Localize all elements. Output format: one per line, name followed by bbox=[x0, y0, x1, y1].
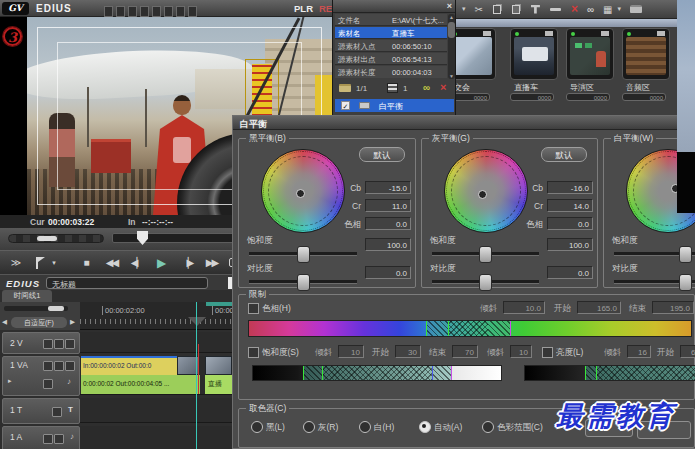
track-expand-icon[interactable]: ▸ bbox=[8, 377, 12, 385]
info-row[interactable]: 源素材出点 00:06:54:13 bbox=[335, 53, 447, 65]
luma-limit-checkbox[interactable] bbox=[542, 347, 553, 358]
paste-icon[interactable] bbox=[512, 5, 520, 14]
contrast-slider[interactable] bbox=[432, 280, 539, 284]
slider-thumb[interactable] bbox=[679, 246, 692, 263]
close-icon[interactable]: × bbox=[447, 1, 452, 11]
fit-prev-arrow[interactable]: ◀ bbox=[2, 318, 7, 326]
hue-field[interactable]: 0.0 bbox=[365, 217, 411, 230]
track-audio-icon[interactable]: ♪ bbox=[67, 377, 71, 386]
picker-radio-gray[interactable] bbox=[303, 421, 315, 433]
playhead-handle[interactable] bbox=[188, 317, 206, 326]
picker-radio-white[interactable] bbox=[359, 421, 371, 433]
info-row[interactable]: 源素材长度 00:00:04:03 bbox=[335, 66, 447, 78]
hue-slope-field[interactable]: 10.0 bbox=[503, 301, 545, 314]
rewind-button[interactable]: ◀◀ bbox=[99, 253, 124, 273]
sat-slope-field[interactable]: 10 bbox=[338, 345, 364, 358]
bin-clip[interactable] bbox=[622, 28, 670, 80]
scroll-down-icon[interactable]: ▼ bbox=[449, 73, 454, 79]
picker-radio-black[interactable] bbox=[251, 421, 263, 433]
slider-thumb[interactable] bbox=[297, 274, 310, 291]
hue-limit-checkbox[interactable] bbox=[248, 303, 259, 314]
project-title-field[interactable]: 无标题 bbox=[46, 277, 208, 289]
cut-icon[interactable]: ✂ bbox=[475, 4, 483, 15]
track-lane-1a[interactable] bbox=[80, 426, 232, 449]
effect-list-row[interactable]: ✓ 白平衡 bbox=[335, 99, 454, 112]
fit-mode-select[interactable]: 自适应(F) bbox=[11, 317, 67, 328]
jump-button[interactable]: ≫ bbox=[4, 253, 28, 273]
timeline-ruler[interactable]: 00:00:02:00 00:00:0 bbox=[80, 302, 232, 330]
sat-end-field[interactable]: 70 bbox=[452, 345, 478, 358]
fast-forward-button[interactable]: ▶▶ bbox=[199, 253, 224, 273]
view-grid-icon[interactable]: ▦ bbox=[603, 4, 612, 15]
track-lane-1t[interactable] bbox=[80, 398, 232, 423]
slider-thumb[interactable] bbox=[479, 274, 492, 291]
picker-radio-range[interactable] bbox=[482, 421, 494, 433]
delete-icon[interactable]: × bbox=[571, 2, 578, 16]
track-lane-1va-video[interactable]: In:00:00:00:02 Out:00:0 bbox=[80, 356, 232, 376]
play-button[interactable]: ▶ bbox=[149, 253, 174, 273]
range-line[interactable] bbox=[451, 366, 452, 380]
bin-clip[interactable] bbox=[510, 28, 558, 80]
scroll-up-icon[interactable]: ▲ bbox=[449, 14, 454, 20]
track-lock-icon[interactable] bbox=[50, 406, 62, 417]
range-line[interactable] bbox=[432, 366, 433, 380]
range-line[interactable] bbox=[448, 321, 449, 336]
saturation-field[interactable]: 100.0 bbox=[365, 238, 411, 251]
step-back-button[interactable]: ◀▏ bbox=[124, 253, 149, 273]
bin-dropdown-icon[interactable]: ▾ bbox=[462, 5, 466, 13]
info-scrollbar[interactable]: ▲ ▼ bbox=[448, 14, 455, 79]
luma-start-field[interactable]: 64 bbox=[680, 345, 695, 358]
step-forward-button[interactable]: ▕▶ bbox=[174, 253, 199, 273]
bin-clip[interactable] bbox=[566, 28, 614, 80]
sat-limit-checkbox[interactable] bbox=[248, 347, 259, 358]
slider-thumb[interactable] bbox=[679, 274, 692, 291]
remove-icon[interactable]: × bbox=[440, 81, 446, 93]
range-line[interactable] bbox=[303, 366, 304, 380]
track-header-1a[interactable]: 1 A ♪ bbox=[2, 426, 80, 449]
clip-thumbnail[interactable] bbox=[205, 356, 232, 375]
contrast-slider[interactable] bbox=[614, 280, 695, 284]
bin-link-icon[interactable]: ∞ bbox=[587, 4, 594, 15]
hue-end-field[interactable]: 195.0 bbox=[652, 301, 694, 314]
tool-icon[interactable] bbox=[152, 6, 161, 17]
bin-clip[interactable] bbox=[455, 28, 496, 80]
cr-field[interactable]: 14.0 bbox=[547, 199, 593, 212]
position-thumb[interactable] bbox=[137, 231, 148, 245]
video-clip-yellow[interactable]: In:00:00:00:02 Out:00:0 bbox=[81, 356, 177, 375]
insert-icon[interactable] bbox=[550, 8, 561, 11]
flag-dropdown[interactable]: ▾ bbox=[48, 253, 60, 273]
tool-icon[interactable] bbox=[104, 6, 113, 17]
fit-next-arrow[interactable]: ▶ bbox=[70, 318, 75, 326]
range-line[interactable] bbox=[426, 321, 427, 336]
track-header-1t[interactable]: 1 T T bbox=[2, 398, 80, 424]
wheel-marker[interactable] bbox=[296, 189, 305, 198]
view-dropdown-icon[interactable]: ▾ bbox=[618, 5, 622, 13]
saturation-slider[interactable] bbox=[614, 252, 695, 256]
stop-button[interactable]: ■ bbox=[74, 253, 99, 273]
hue-limit-bar[interactable] bbox=[248, 320, 692, 337]
track-audio-icon[interactable]: ♪ bbox=[70, 432, 74, 441]
tool-icon[interactable] bbox=[116, 6, 125, 17]
saturation-slider[interactable] bbox=[249, 252, 357, 256]
info-row[interactable]: 文件名 E:\AV\(十七大... bbox=[335, 14, 447, 26]
luma-slope-field[interactable]: 16 bbox=[627, 345, 651, 358]
folder-icon[interactable] bbox=[339, 84, 351, 92]
range-line[interactable] bbox=[510, 321, 511, 336]
sat-limit-bar[interactable] bbox=[252, 365, 502, 381]
tool-icon[interactable] bbox=[188, 6, 197, 17]
slider-thumb[interactable] bbox=[297, 246, 310, 263]
range-line[interactable] bbox=[596, 366, 597, 380]
track-waveform-icon[interactable] bbox=[52, 433, 64, 444]
luma-limit-bar[interactable] bbox=[524, 365, 695, 381]
dialog-titlebar[interactable]: 白平衡 bbox=[233, 116, 695, 130]
contrast-slider[interactable] bbox=[249, 280, 357, 284]
cb-field[interactable]: -16.0 bbox=[547, 181, 593, 194]
track-title-icon[interactable]: T bbox=[68, 405, 73, 414]
picker-radio-auto[interactable] bbox=[419, 421, 431, 433]
sat-slope2-field[interactable]: 10 bbox=[510, 345, 532, 358]
capture-icon[interactable] bbox=[630, 5, 642, 13]
shuttle-thumb[interactable] bbox=[37, 236, 57, 241]
timeline-tab[interactable]: 时间线1 bbox=[2, 290, 52, 302]
timeline-zoom-slider[interactable] bbox=[4, 306, 68, 311]
default-button[interactable]: 默认 bbox=[541, 147, 587, 162]
